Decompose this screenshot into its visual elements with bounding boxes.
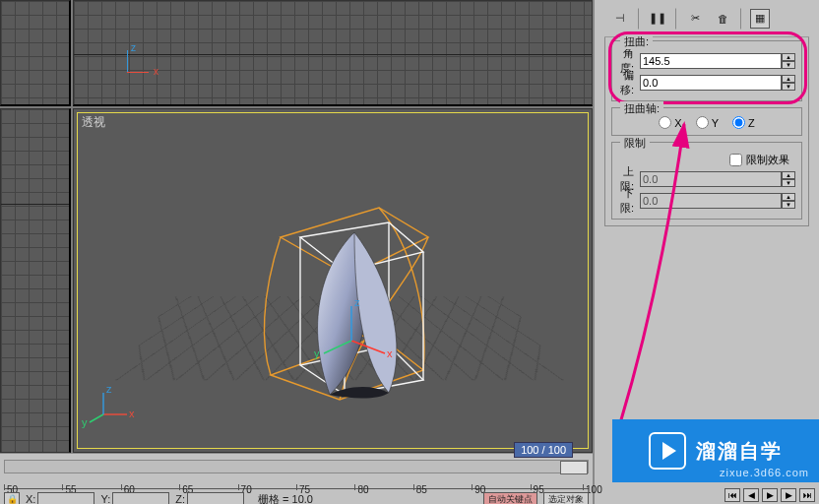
spinner-down-icon[interactable]: ▼ [782,201,795,209]
group-label: 扭曲轴: [620,101,663,116]
prev-frame-icon[interactable]: ◀ [743,488,759,502]
grid-icon [1,109,69,452]
perspective-grid [115,296,564,380]
play-logo-icon [649,432,686,470]
coord-x-input[interactable] [37,492,94,504]
trash-icon[interactable]: 🗑 [713,9,732,29]
radio-y[interactable]: Y [696,116,719,129]
autokey-button[interactable]: 自动关键点 [483,492,537,504]
viewport-perspective[interactable]: 透视 [73,108,593,453]
tick: 95 [531,484,544,490]
separator [675,8,677,30]
spinner[interactable]: ▲▼ [782,75,795,91]
next-frame-icon[interactable]: ▶ [781,488,796,502]
coord-z-input[interactable] [187,492,244,504]
spinner-up-icon[interactable]: ▲ [782,75,795,83]
coord-y-label: Y: [100,493,110,504]
tick: 70 [238,484,252,490]
radio-input[interactable] [696,116,709,129]
axis-z-icon [127,50,128,72]
bias-input[interactable] [640,75,782,91]
grid-icon [74,1,592,104]
coord-z-label: Z: [175,493,185,504]
spinner-up-icon[interactable]: ▲ [782,193,795,201]
viewport-area: 透视 [0,0,593,453]
time-slider[interactable] [4,460,589,473]
separator [740,8,742,30]
spinner[interactable]: ▲▼ [782,171,795,187]
upper-input[interactable] [640,171,782,187]
playback-controls: ⏮ ◀ ▶ ▶ ⏭ [724,488,815,502]
pin-icon[interactable]: ⊣ [610,9,630,29]
watermark-brand: 溜溜自学 [696,438,783,465]
coord-x-label: X: [26,493,35,504]
separator [638,8,640,30]
group-twist-axis: 扭曲轴: X Y Z [611,107,802,136]
svg-text:z: z [106,383,112,395]
spinner-down-icon[interactable]: ▼ [782,179,795,187]
grid-major-line [1,204,69,205]
tick: 75 [296,484,310,490]
tick: 100 [583,484,602,490]
tick: 80 [354,484,368,490]
radio-x[interactable]: X [659,116,681,129]
tick: 55 [62,484,76,490]
viewport-label: 透视 [82,114,105,131]
radio-label: Y [712,117,719,129]
spinner-up-icon[interactable]: ▲ [782,171,795,179]
radio-z[interactable]: Z [732,116,755,129]
tick: 85 [413,484,427,490]
spinner[interactable]: ▲▼ [782,53,795,69]
rollout-parameters: - 参数 扭曲: 角度: ▲▼ 偏移: ▲▼ 扭曲轴: [604,16,809,226]
lower-label: 下限: [618,186,634,216]
viewport-left[interactable] [0,108,71,453]
angle-input[interactable] [640,53,782,69]
axis-gizmo: x y z [103,385,143,426]
spinner-up-icon[interactable]: ▲ [782,53,795,61]
play-icon[interactable]: ▶ [762,488,778,502]
tick: 50 [4,484,18,490]
spinner-down-icon[interactable]: ▼ [782,83,795,91]
config-icon[interactable]: ▦ [750,9,770,29]
time-slider-thumb[interactable] [560,461,588,474]
frame-indicator: 100 / 100 [514,442,573,458]
limit-effect-checkbox[interactable] [729,154,742,166]
pause-icon[interactable]: ❚❚ [648,9,667,29]
tick: 90 [472,484,485,490]
lower-input[interactable] [640,193,782,209]
radio-label: X [674,117,681,129]
lock-icon[interactable]: 🔒 [4,492,20,504]
time-ruler: 50 55 60 65 70 75 80 85 90 95 100 [4,475,589,489]
viewport-active-border [77,112,589,449]
tick: 65 [179,484,193,490]
viewport-top-left[interactable] [0,0,71,106]
radio-input[interactable] [659,116,671,129]
group-twist: 扭曲: 角度: ▲▼ 偏移: ▲▼ [611,40,802,101]
timeline: 100 / 100 50 55 60 65 70 75 80 85 90 95 … [0,453,593,504]
tick: 60 [121,484,135,490]
selected-object-button[interactable]: 选定对象 [543,492,589,504]
toolbar: ⊣ ❚❚ ✂ 🗑 ▦ [604,0,809,37]
cut-icon[interactable]: ✂ [685,9,705,29]
bias-label: 偏移: [618,68,634,97]
spinner-down-icon[interactable]: ▼ [782,61,795,69]
axis-x-icon [127,72,149,73]
group-label: 限制 [620,136,650,151]
watermark-url: zixue.3d66.com [720,467,809,478]
status-bar: 🔒 X: Y: Z: 栅格 = 10.0 自动关键点 选定对象 [4,491,589,504]
group-limit: 限制 限制效果 上限: ▲▼ 下限: ▲▼ [611,142,802,220]
svg-text:x: x [129,408,135,419]
viewport-top[interactable] [73,0,593,106]
radio-label: Z [748,117,755,129]
group-label: 扭曲: [620,34,653,49]
coord-y-input[interactable] [112,492,169,504]
svg-text:y: y [82,416,88,428]
grid-icon [1,1,69,104]
spinner[interactable]: ▲▼ [782,193,795,209]
watermark: 溜溜自学 zixue.3d66.com [612,419,819,482]
radio-input[interactable] [732,116,745,129]
goto-start-icon[interactable]: ⏮ [724,488,740,502]
goto-end-icon[interactable]: ⏭ [799,488,815,502]
grid-size-label: 栅格 = 10.0 [258,492,313,505]
limit-effect-label: 限制效果 [746,153,789,167]
